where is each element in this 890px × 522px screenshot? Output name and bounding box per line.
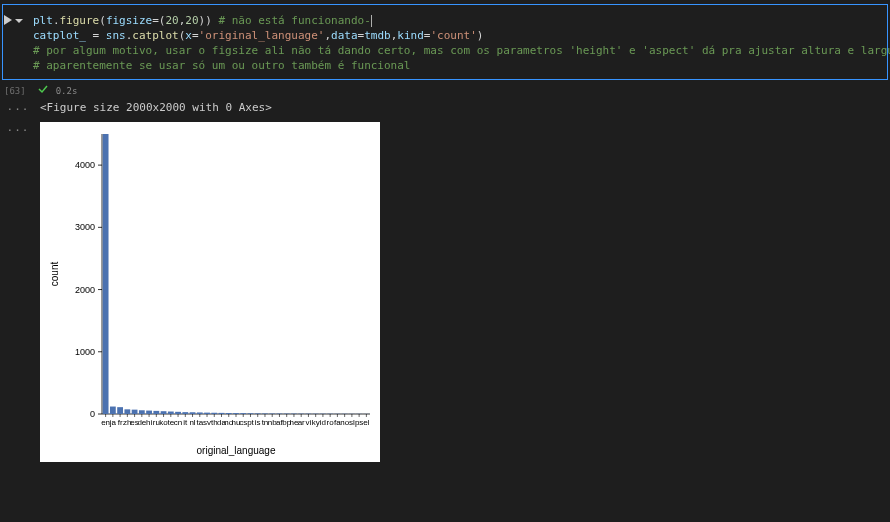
- svg-text:original_language: original_language: [197, 445, 276, 456]
- code-line-1: plt.figure(figsize=(20,20)) # não está f…: [33, 13, 890, 28]
- svg-rect-60: [219, 413, 225, 414]
- svg-rect-21: [124, 409, 130, 414]
- svg-text:is: is: [255, 418, 261, 427]
- svg-text:0: 0: [90, 409, 95, 419]
- code-line-4: # aparentemente se usar só um ou outro t…: [33, 58, 890, 73]
- text-cursor: [371, 15, 372, 27]
- check-icon: [38, 84, 48, 97]
- svg-text:4000: 4000: [75, 160, 95, 170]
- svg-text:ar: ar: [298, 418, 305, 427]
- svg-text:3000: 3000: [75, 222, 95, 232]
- chart-output: 01000200030004000enjafrzhesdehirukotecni…: [40, 122, 380, 462]
- svg-text:cs: cs: [239, 418, 247, 427]
- svg-rect-54: [204, 413, 210, 414]
- chevron-down-icon[interactable]: [15, 15, 23, 28]
- svg-text:id: id: [320, 418, 326, 427]
- svg-text:ja: ja: [109, 418, 117, 427]
- code-cell[interactable]: plt.figure(figsize=(20,20)) # não está f…: [2, 4, 888, 80]
- svg-text:cn: cn: [174, 418, 182, 427]
- svg-rect-24: [132, 410, 138, 414]
- svg-text:pt: pt: [247, 418, 254, 427]
- svg-rect-12: [103, 134, 109, 414]
- code-line-2: catplot_ = sns.catplot(x='original_langu…: [33, 28, 890, 43]
- svg-rect-15: [110, 407, 116, 414]
- execution-time: 0.2s: [56, 86, 78, 96]
- svg-rect-63: [226, 413, 232, 414]
- svg-rect-30: [146, 411, 152, 414]
- svg-rect-66: [233, 413, 239, 414]
- svg-text:ky: ky: [312, 418, 320, 427]
- svg-text:1000: 1000: [75, 347, 95, 357]
- svg-rect-42: [175, 412, 181, 414]
- svg-rect-75: [255, 413, 261, 414]
- execution-count: [63]: [4, 86, 30, 96]
- svg-text:hi: hi: [146, 418, 152, 427]
- svg-rect-39: [168, 412, 174, 414]
- svg-text:nl: nl: [189, 418, 195, 427]
- svg-rect-78: [262, 413, 268, 414]
- svg-text:it: it: [183, 418, 188, 427]
- svg-rect-36: [161, 411, 167, 414]
- svg-text:2000: 2000: [75, 285, 95, 295]
- play-icon[interactable]: [3, 15, 13, 28]
- svg-text:el: el: [363, 418, 369, 427]
- figure-repr-text: <Figure size 2000x2000 with 0 Axes>: [34, 101, 272, 114]
- output-text-row: ··· <Figure size 2000x2000 with 0 Axes>: [0, 97, 890, 118]
- svg-text:count: count: [49, 262, 60, 287]
- dots-icon[interactable]: ···: [7, 103, 30, 116]
- svg-text:ps: ps: [355, 418, 363, 427]
- output-chart-row: ··· 01000200030004000enjafrzhesdehirukot…: [0, 118, 890, 464]
- svg-rect-57: [211, 413, 217, 414]
- cell-gutter: [3, 5, 23, 79]
- svg-text:en: en: [101, 418, 110, 427]
- svg-text:fr: fr: [118, 418, 123, 427]
- code-line-3: # por algum motivo, usar o figsize ali n…: [33, 43, 890, 58]
- svg-rect-51: [197, 412, 203, 414]
- svg-rect-18: [117, 407, 123, 414]
- svg-rect-69: [240, 413, 246, 414]
- svg-text:sv: sv: [203, 418, 211, 427]
- svg-rect-48: [190, 412, 196, 414]
- svg-text:vi: vi: [306, 418, 312, 427]
- code-editor[interactable]: plt.figure(figsize=(20,20)) # não está f…: [23, 5, 890, 79]
- svg-rect-27: [139, 410, 145, 414]
- svg-rect-45: [182, 412, 188, 414]
- execution-status-row: [63] 0.2s: [0, 82, 890, 97]
- dots-icon[interactable]: ···: [7, 124, 30, 137]
- bar-chart: 01000200030004000enjafrzhesdehirukotecni…: [40, 122, 380, 462]
- svg-rect-72: [248, 413, 254, 414]
- svg-rect-33: [153, 411, 159, 414]
